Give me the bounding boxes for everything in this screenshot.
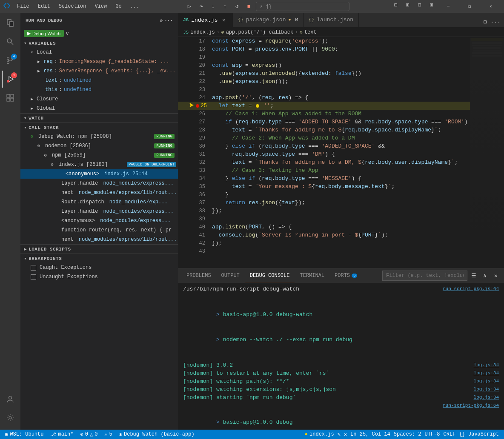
callstack-anonymous[interactable]: <anonymous> index.js 25:14 [20, 169, 178, 179]
layout-side-btn[interactable]: ⊞ [403, 0, 413, 10]
callstack-route-dispatch[interactable]: Route.dispatch node_modules/exp... [20, 197, 178, 207]
log-link-5[interactable]: log.js:34 [474, 394, 499, 401]
var-res[interactable]: ▶ res: ServerResponse {_events: {...}, _… [20, 66, 178, 76]
status-wsl[interactable]: ⊞ WSL: Ubuntu [3, 430, 45, 439]
caught-exceptions-item[interactable]: Caught Exceptions [20, 263, 178, 272]
titlebar-left: File Edit Selection View Go ... [3, 3, 143, 10]
breadcrumb-var[interactable]: text [304, 29, 317, 35]
uncaught-exceptions-item[interactable]: Uncaught Exceptions [20, 272, 178, 282]
debug-stepout-btn[interactable]: ↑ [220, 1, 230, 11]
log-link-4[interactable]: log.js:34 [474, 386, 499, 393]
status-line-col[interactable]: Ln 25, Col 14 [349, 430, 392, 439]
activity-search[interactable] [2, 33, 19, 50]
closure-scope-toggle[interactable]: ▶ Closure [20, 94, 178, 104]
breakpoints-toggle[interactable]: ▾ BREAKPOINTS [20, 254, 178, 263]
callstack-next-2[interactable]: next node_modules/express/lib/rout... [20, 235, 178, 244]
menu-file[interactable]: File [14, 3, 33, 10]
command-palette[interactable]: ⚡ j} [256, 2, 349, 11]
callstack-router-fn[interactable]: function router(req, res, next) {.pr [20, 225, 178, 235]
close-button[interactable]: ✕ [481, 0, 501, 13]
uncaught-exceptions-checkbox[interactable] [31, 274, 36, 280]
menu-edit[interactable]: Edit [34, 3, 54, 10]
start-debug-button[interactable]: ▶ Debug Watch [24, 30, 64, 37]
status-edit-icon[interactable]: ✎ [336, 430, 342, 439]
debug-stepover-btn[interactable]: ↷ [196, 1, 206, 11]
panel-collapse-btn[interactable]: ∧ [480, 271, 490, 280]
menu-go[interactable]: Go [112, 3, 125, 10]
debug-stepin-btn[interactable]: ↓ [208, 1, 218, 11]
status-warnings2[interactable]: ⚠ 5 [103, 430, 114, 439]
debug-continue-btn[interactable]: ▷ [184, 1, 195, 11]
settings-gear-icon[interactable]: ⚙ [160, 18, 163, 23]
layout-btn[interactable]: ⊟ [391, 0, 401, 10]
status-errors[interactable]: ⊗ 0 △ 0 [78, 430, 99, 439]
tab-indexjs-close[interactable]: ✕ [220, 17, 227, 23]
status-eol[interactable]: CRLF [442, 430, 458, 439]
log-link-2[interactable]: log.js:34 [474, 370, 499, 377]
callstack-nodemon-25036[interactable]: ⚙ nodemon [25036] RUNNING [20, 141, 178, 151]
watch-toggle[interactable]: ▾ WATCH [20, 114, 178, 123]
status-encoding[interactable]: UTF-8 [423, 430, 442, 439]
split-editor-btn[interactable]: ⊟ [480, 17, 490, 27]
breadcrumb-file[interactable]: index.js [190, 29, 215, 35]
tab-launchjson[interactable]: {} launch.json [304, 13, 359, 27]
activity-settings[interactable] [2, 409, 19, 426]
activity-explorer[interactable] [2, 14, 19, 31]
menu-more[interactable]: ... [127, 3, 143, 10]
minimize-button[interactable]: ─ [438, 0, 458, 13]
local-scope-toggle[interactable]: ▾ Local [20, 48, 178, 57]
run-script-link-1[interactable]: run-script-pkg.js:64 [443, 285, 499, 293]
callstack-npm-25059[interactable]: ⚙ npm [25059] RUNNING [20, 151, 178, 160]
caught-exceptions-checkbox[interactable] [31, 265, 36, 271]
variables-toggle[interactable]: ▾ VARIABLES [20, 39, 178, 48]
debug-stop-btn[interactable]: ■ [244, 1, 254, 11]
breadcrumb-function[interactable]: app.post('/') callback [226, 29, 293, 35]
tab-indexjs[interactable]: JS index.js ✕ [178, 13, 233, 27]
run-script-link-2[interactable]: run-script-pkg.js:64 [443, 402, 499, 409]
callstack-anonymous-2[interactable]: <anonymous> node_modules/express... [20, 216, 178, 225]
restore-button[interactable]: ⧉ [460, 0, 479, 13]
main-layout: 4 1 [0, 13, 504, 430]
global-scope-toggle[interactable]: ▶ Global [20, 104, 178, 113]
status-branch[interactable]: ⎇ main* [49, 430, 75, 439]
callstack-npm-25008[interactable]: ⚙ Debug Watch: npm [25008] RUNNING [20, 132, 178, 141]
callstack-layer-handle-2[interactable]: Layer.handle node_modules/express... [20, 207, 178, 216]
menu-selection[interactable]: Selection [55, 3, 90, 10]
debug-config-dropdown[interactable]: ∨ [66, 30, 69, 37]
callstack-toggle[interactable]: ▾ CALL STACK [20, 123, 178, 132]
log-link-1[interactable]: log.js:34 [474, 362, 499, 369]
status-debug-file[interactable]: ● index.js [303, 430, 336, 439]
status-spaces[interactable]: Spaces: 2 [392, 430, 423, 439]
callstack-layer-handle-1[interactable]: Layer.handle node_modules/express... [20, 179, 178, 188]
debug-restart-btn[interactable]: ↺ [232, 1, 242, 11]
tab-problems[interactable]: PROBLEMS [181, 268, 216, 283]
tab-ports[interactable]: PORTS 5 [329, 268, 362, 283]
panel-list-view-btn[interactable]: ☰ [469, 271, 478, 280]
tab-packagejson[interactable]: {} package.json ● M [233, 13, 304, 27]
activity-run-debug[interactable]: 1 [2, 71, 19, 88]
status-language[interactable]: {} JavaScript [457, 430, 501, 439]
activity-extensions[interactable] [2, 89, 19, 106]
callstack-next-1[interactable]: next node_modules/express/lib/rout... [20, 188, 178, 197]
tab-terminal[interactable]: TERMINAL [295, 268, 329, 283]
console-filter-input[interactable] [382, 271, 467, 281]
activity-account[interactable] [2, 391, 19, 408]
status-close-file[interactable]: ✕ [342, 430, 349, 439]
more-actions-icon[interactable]: ··· [164, 18, 173, 23]
activity-source-control[interactable]: 4 [2, 52, 19, 69]
code-content[interactable]: const express = require('express'); cons… [209, 37, 470, 268]
layout-grid-btn[interactable]: ⊞ [427, 0, 437, 10]
loaded-scripts-toggle[interactable]: ▶ LOADED SCRIPTS [20, 245, 178, 254]
var-req[interactable]: ▶ req: IncomingMessage {_readableState: … [20, 57, 178, 66]
status-debug-session[interactable]: ✱ Debug Watch (basic-app) [117, 430, 196, 439]
tab-debug-console[interactable]: DEBUG CONSOLE [245, 268, 295, 283]
panel-close-btn[interactable]: ✕ [491, 271, 501, 280]
var-this[interactable]: this: undefined [20, 85, 178, 94]
callstack-indexjs-25183[interactable]: ⚙ index.js [25183] PAUSED ON BREAKPOINT [20, 160, 178, 169]
more-tab-actions[interactable]: ··· [490, 17, 501, 27]
menu-view[interactable]: View [91, 3, 110, 10]
layout-bottom-btn[interactable]: ⊟ [415, 0, 425, 10]
var-text[interactable]: text: undefined [20, 76, 178, 85]
tab-output[interactable]: OUTPUT [216, 268, 245, 283]
log-link-3[interactable]: log.js:34 [474, 378, 499, 385]
